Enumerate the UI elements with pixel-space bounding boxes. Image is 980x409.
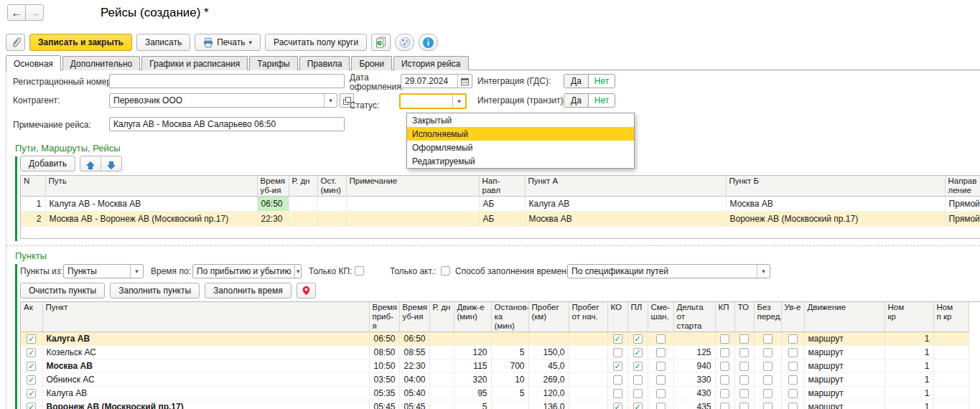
save-button[interactable]: Записать [136,34,190,51]
status-option[interactable]: Исполняемый [407,127,634,141]
table-row[interactable]: ✓Калуга АВ05:3505:40955120,0430маршрут1 [21,387,969,400]
tab-5[interactable]: Правила [299,56,350,70]
checkbox[interactable] [656,362,666,371]
checkbox[interactable] [633,389,643,398]
checkbox[interactable] [739,362,749,371]
column-header-rdn[interactable]: Р. дн [289,176,317,197]
column-header-nompkr[interactable]: Ном п кр [933,302,969,332]
checkbox[interactable] [720,375,729,385]
checkbox[interactable] [656,348,666,357]
column-header-note[interactable]: Примечание [346,176,479,197]
status-option[interactable]: Оформляемый [407,141,634,154]
date-input[interactable]: 29.07.2024 [401,74,472,88]
only-active-checkbox[interactable] [441,266,450,276]
chevron-down-icon[interactable]: ▾ [757,265,770,278]
column-header-run0[interactable]: Пробег от нач. [569,302,607,332]
table-row[interactable]: ✓Воронеж АВ (Москвоский пр.17)05:4505:45… [21,400,969,409]
info-button[interactable] [419,34,438,51]
checkbox[interactable] [720,389,729,398]
checkbox[interactable]: ✓ [27,375,36,385]
table-row[interactable]: ✓Обнинск АС03:5004:0032010269,0330маршру… [21,373,969,387]
table-row[interactable]: 1Калуга АВ - Москва АВ06:50АБКалуга АВМо… [21,197,980,212]
checkbox[interactable] [739,348,749,357]
column-header-mix[interactable]: Сме- шан. [648,302,673,332]
checkbox[interactable] [763,375,773,385]
column-header-rdn[interactable]: Р. дн [429,302,454,332]
map-pin-button[interactable] [297,283,316,298]
attach-button[interactable] [6,34,25,51]
column-header-pl[interactable]: ПЛ [627,302,648,332]
checkbox[interactable] [656,375,666,385]
column-header-mov[interactable]: Движение [804,302,885,332]
column-header-bez[interactable]: Без перед. [754,302,781,332]
checkbox[interactable]: ✓ [633,403,643,409]
checkbox[interactable] [613,348,622,357]
checkbox[interactable]: ✓ [613,403,622,409]
chevron-down-icon[interactable]: ▾ [452,95,465,108]
chevron-down-icon[interactable]: ▾ [130,265,143,278]
calc-half-circles-button[interactable]: Расчитать полу круги [265,34,367,51]
tab-4[interactable]: Тарифы [249,56,297,70]
points-from-combobox[interactable]: Пункты ▾ [63,264,144,278]
column-header-path[interactable]: Путь [45,176,257,197]
checkbox[interactable] [788,375,798,385]
time-fill-method-combobox[interactable]: По спецификации путей ▾ [567,264,770,278]
chevron-down-icon[interactable]: ▾ [294,265,301,278]
checkbox[interactable] [788,348,798,357]
checkbox[interactable] [720,334,729,344]
fill-time-button[interactable]: Заполнить время [205,283,291,298]
checkbox[interactable] [763,403,773,409]
checkbox[interactable] [656,403,666,409]
column-header-kp[interactable]: КП [715,302,734,332]
transit-no-button[interactable]: Нет [589,94,615,107]
gds-no-button[interactable]: Нет [589,75,615,88]
table-row[interactable]: 2Москва АВ - Воронеж АВ (Москвоский пр.1… [21,212,980,227]
checkbox[interactable]: ✓ [27,334,36,344]
checkbox[interactable] [720,362,729,371]
column-header-b[interactable]: Пункт Б [726,176,945,197]
column-header-dep[interactable]: Время уб-ия [399,302,429,332]
checkbox[interactable] [788,389,798,398]
checkbox[interactable]: ✓ [27,362,36,371]
print-button[interactable]: Печать ▾ [195,34,261,51]
tab-2[interactable]: Дополнительно [62,56,140,70]
clear-points-button[interactable]: Очистить пункты [20,283,105,298]
column-header-uve[interactable]: Ув-е [781,302,804,332]
schedule-report-button[interactable] [371,34,391,51]
column-header-arr[interactable]: Время приб-я [369,302,399,332]
tab-7[interactable]: История рейса [393,56,469,70]
checkbox[interactable] [763,362,773,371]
checkbox[interactable] [739,375,749,385]
transit-yes-button[interactable]: Да [564,94,589,107]
column-header-ko[interactable]: КО [607,302,627,332]
checkbox[interactable] [788,403,798,409]
checkbox[interactable] [739,403,749,409]
back-button[interactable]: ← [7,4,26,21]
add-route-button[interactable]: Добавить [20,156,75,171]
calendar-icon[interactable] [457,75,472,88]
column-header-point[interactable]: Пункт [42,302,369,332]
column-header-n[interactable]: N [21,176,45,197]
checkbox[interactable]: ✓ [633,362,643,371]
chevron-down-icon[interactable]: ▾ [324,94,337,107]
column-header-a[interactable]: Пункт А [525,176,726,197]
table-row[interactable]: ✓Калуга АВ06:5006:50✓✓маршрут1 [21,332,969,346]
checkbox[interactable]: ✓ [27,403,36,409]
move-down-button[interactable] [101,156,121,171]
checkbox[interactable] [763,348,773,357]
column-header-ost[interactable]: Ост. (мин) [317,176,346,197]
checkbox[interactable] [739,334,749,344]
table-row[interactable]: ✓Козельск АС08:5008:551205150,0✓125маршр… [21,346,969,359]
checkbox[interactable] [720,348,729,357]
gds-yes-button[interactable]: Да [564,75,589,88]
column-header-stop[interactable]: Останов- ка (мин) [491,302,528,332]
checkbox[interactable] [613,389,622,398]
status-option[interactable]: Редактируемый [407,154,634,168]
column-header-delta[interactable]: Дельта от старта [673,302,715,332]
contractor-combobox[interactable]: Перевозчик ООО ▾ [109,93,337,108]
checkbox[interactable] [739,389,749,398]
status-option[interactable]: Закрытый [407,113,634,127]
tab-3[interactable]: Графики и расписания [141,56,248,70]
checkbox[interactable] [763,389,773,398]
reg-number-input[interactable] [109,74,345,88]
